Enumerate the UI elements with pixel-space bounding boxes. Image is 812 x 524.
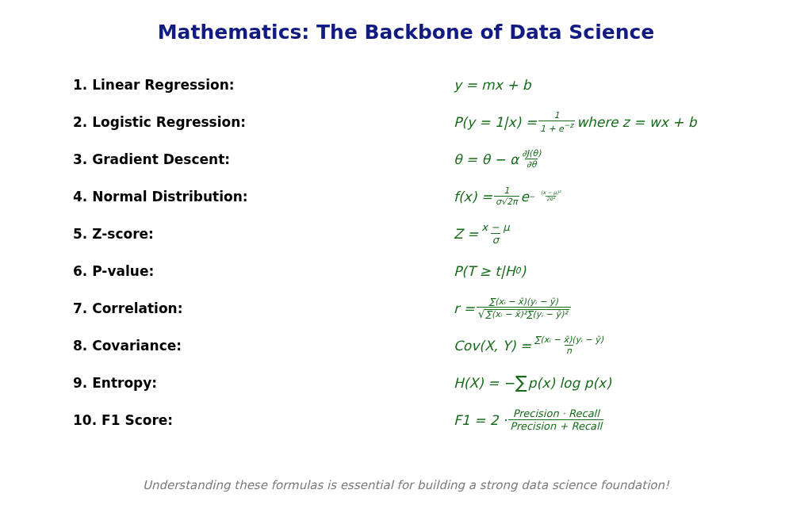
sum-icon: ∑ [515,373,527,392]
label-gradient-descent: 3. Gradient Descent: [73,151,454,167]
formula-lhs: Z = [454,226,478,242]
label-correlation: 7. Correlation: [73,300,454,316]
formula-linear-regression: y = mx + b [454,77,531,93]
label-f1-score: 10. F1 Score: [73,412,454,428]
fraction: ∑(xᵢ − x̄)(yᵢ − ȳ) ∑(xᵢ − x̄)²∑(yᵢ − ȳ)² [477,297,571,319]
footer-note: Understanding these formulas is essentia… [0,478,812,492]
formula-covariance: Cov(X, Y) = ∑(xᵢ − x̄)(yᵢ − ȳ) n [454,335,607,355]
p-sub: 0 [515,266,521,276]
formula-text: y = mx + b [454,77,531,93]
row-covariance: 8. Covariance: Cov(X, Y) = ∑(xᵢ − x̄)(yᵢ… [73,327,739,364]
numerator: x − μ [480,222,511,233]
row-gradient-descent: 3. Gradient Descent: θ = θ − α ∂J(θ) ∂θ [73,140,739,178]
sqrt: ∑(xᵢ − x̄)²∑(yᵢ − ȳ)² [478,308,569,319]
denominator: σ [491,233,500,245]
formula-logistic-regression: P(y = 1|x) = 1 1 + e−z where z = wx + b [454,111,697,133]
formula-lhs: r = [454,300,475,316]
formula-body: p(x) log p(x) [528,375,611,391]
label-covariance: 8. Covariance: [73,338,454,354]
label-z-score: 5. Z-score: [73,226,454,242]
fraction-coef: 1 σ√2π [494,186,519,206]
numerator: ∑(xᵢ − x̄)(yᵢ − ȳ) [488,297,560,307]
formula-lhs: H(X) = − [454,375,515,391]
label-normal-distribution: 4. Normal Distribution: [73,189,454,205]
fraction: ∂J(θ) ∂θ [520,149,542,169]
denominator: n [565,345,573,355]
numerator: 1 [502,186,511,196]
denominator: ∂θ [525,159,538,169]
exp-num: (x − μ)² [539,190,561,196]
denominator: Precision + Recall [508,419,603,431]
p-body-b: ) [521,263,527,279]
row-normal-distribution: 4. Normal Distribution: f(x) = 1 σ√2π e … [73,178,739,215]
e-base: e [521,189,529,205]
fraction: Precision · Recall Precision + Recall [508,408,603,431]
formula-lhs: Cov(X, Y) = [454,338,531,354]
formula-f1-score: F1 = 2 · Precision · Recall Precision + … [454,408,605,431]
fraction: ∑(xᵢ − x̄)(yᵢ − ȳ) n [533,335,605,355]
label-logistic-regression: 2. Logistic Regression: [73,114,454,130]
formula-p-value: P(T ≥ t|H0) [454,263,526,279]
radicand: ∑(xᵢ − x̄)²∑(yᵢ − ȳ)² [485,309,569,319]
row-correlation: 7. Correlation: r = ∑(xᵢ − x̄)(yᵢ − ȳ) ∑… [73,289,739,327]
row-z-score: 5. Z-score: Z = x − μ σ [73,215,739,252]
formula-normal-distribution: f(x) = 1 σ√2π e − (x − μ)² 2σ² [454,186,566,206]
numerator: 1 [553,111,561,120]
label-linear-regression: 1. Linear Regression: [73,77,454,93]
exponent: − (x − μ)² 2σ² [529,189,566,204]
fraction: 1 1 + e−z [538,111,575,133]
numerator: ∑(xᵢ − x̄)(yᵢ − ȳ) [533,335,605,345]
denominator: 1 + e−z [538,120,575,133]
row-entropy: 9. Entropy: H(X) = − ∑ p(x) log p(x) [73,364,739,401]
formula-list: 1. Linear Regression: y = mx + b 2. Logi… [73,66,739,438]
den-base: 1 + e [540,123,564,133]
formula-lhs: P(y = 1|x) = [454,114,537,130]
exp-minus: − [529,193,535,201]
formula-gradient-descent: θ = θ − α ∂J(θ) ∂θ [454,149,544,169]
row-logistic-regression: 2. Logistic Regression: P(y = 1|x) = 1 1… [73,103,739,140]
page-title: Mathematics: The Backbone of Data Scienc… [73,21,739,44]
row-linear-regression: 1. Linear Regression: y = mx + b [73,66,739,103]
label-p-value: 6. P-value: [73,263,454,279]
formula-correlation: r = ∑(xᵢ − x̄)(yᵢ − ȳ) ∑(xᵢ − x̄)²∑(yᵢ −… [454,297,573,319]
numerator: Precision · Recall [511,408,601,419]
den-exp: −z [564,121,573,129]
formula-z-score: Z = x − μ σ [454,222,512,245]
row-p-value: 6. P-value: P(T ≥ t|H0) [73,252,739,289]
exp-fraction: (x − μ)² 2σ² [539,190,561,202]
exp-den: 2σ² [545,196,556,202]
row-f1-score: 10. F1 Score: F1 = 2 · Precision · Recal… [73,401,739,438]
numerator: ∂J(θ) [520,149,542,159]
label-entropy: 9. Entropy: [73,375,454,391]
formula-lhs: θ = θ − α [454,151,519,167]
denominator: ∑(xᵢ − x̄)²∑(yᵢ − ȳ)² [477,307,571,319]
denominator: σ√2π [494,196,519,206]
fraction: x − μ σ [480,222,511,245]
formula-lhs: f(x) = [454,189,492,205]
p-body-a: P(T ≥ t|H [454,263,515,279]
formula-lhs: F1 = 2 · [454,412,507,428]
formula-entropy: H(X) = − ∑ p(x) log p(x) [454,373,611,392]
formula-tail: where z = wx + b [576,114,696,130]
